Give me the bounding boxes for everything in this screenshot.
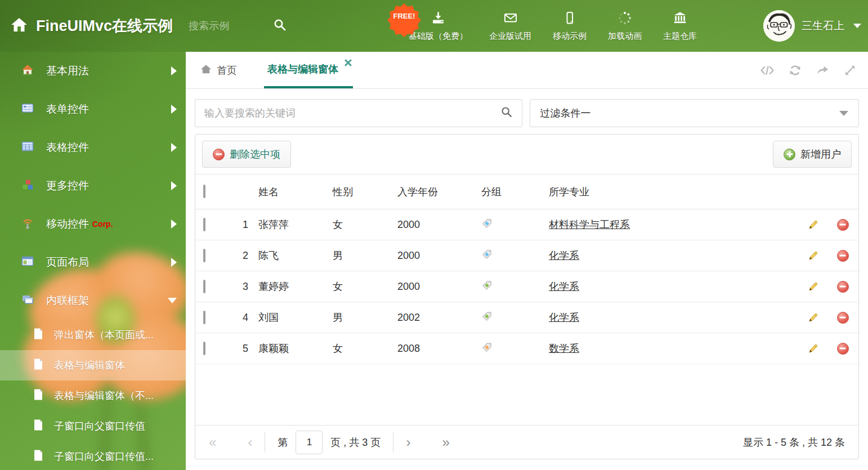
action-enterprise-trial[interactable]: 企业版试用	[489, 11, 531, 42]
cell-gender: 女	[324, 280, 388, 293]
username: 三生石上	[802, 19, 844, 33]
major-link[interactable]: 化学系	[549, 281, 579, 292]
cell-name: 康颖颖	[249, 342, 324, 355]
table-icon	[21, 140, 34, 155]
last-page-button[interactable]: »	[442, 436, 449, 449]
keyword-search-input[interactable]	[204, 108, 500, 119]
keyword-search-box[interactable]	[195, 99, 522, 127]
column-header-group[interactable]: 分组	[472, 185, 540, 199]
users-grid-panel: 删除选中项 新增用户 姓名 性别 入学年份 分组 所学专业 1	[195, 134, 859, 459]
minus-circle-icon	[213, 149, 225, 160]
sidebar-subitem-grid-edit-window-2[interactable]: 表格与编辑窗体（不...	[0, 381, 186, 411]
row-checkbox[interactable]	[203, 249, 205, 262]
delete-icon[interactable]	[827, 281, 858, 293]
file-icon	[33, 358, 44, 373]
bank-icon	[672, 11, 688, 28]
sidebar-subitem-popup-window[interactable]: 弹出窗体（本页面或...	[0, 320, 186, 350]
home-icon[interactable]	[10, 16, 28, 35]
edit-icon[interactable]	[800, 280, 827, 293]
sidebar-item-mobile-controls[interactable]: 移动控件 Corp.	[0, 205, 186, 243]
user-menu[interactable]: 三生石上	[763, 0, 861, 52]
grid-empty-space	[195, 364, 858, 425]
top-header: FineUIMvc在线示例 FREE! 基础版（免费） 企业	[0, 0, 868, 52]
filter-dropdown[interactable]: 过滤条件一	[530, 99, 860, 127]
major-link[interactable]: 数学系	[549, 343, 579, 354]
row-checkbox[interactable]	[203, 218, 205, 231]
column-header-name[interactable]: 姓名	[249, 185, 324, 199]
collapse-arrow-icon	[168, 298, 177, 303]
row-checkbox[interactable]	[203, 280, 205, 293]
pager-summary: 显示 1 - 5 条 , 共 12 条	[743, 436, 845, 449]
open-new-window-icon[interactable]	[816, 64, 830, 77]
major-link[interactable]: 化学系	[549, 312, 579, 323]
page-suffix: 页 , 共 3 页	[330, 436, 381, 449]
action-mobile-demo[interactable]: 移动示例	[553, 11, 587, 42]
cell-gender: 女	[324, 218, 388, 231]
action-loading-animations[interactable]: 加载动画	[608, 11, 642, 42]
column-header-major[interactable]: 所学专业	[540, 185, 800, 199]
home-gray-icon	[200, 64, 212, 77]
page-prefix: 第	[278, 436, 288, 449]
edit-icon[interactable]	[800, 311, 827, 324]
brand[interactable]: FineUIMvc在线示例	[0, 16, 173, 36]
avatar[interactable]	[763, 10, 795, 42]
select-all-checkbox[interactable]	[203, 185, 205, 198]
pagination-bar: « ‹ 第 页 , 共 3 页 › » 显示 1 - 5 条 , 共 12 条	[195, 425, 858, 459]
filter-row: 过滤条件一	[186, 89, 868, 127]
download-icon	[431, 11, 446, 28]
delete-selected-button[interactable]: 删除选中项	[202, 141, 291, 168]
next-page-button[interactable]: ›	[406, 436, 410, 449]
action-theme-store[interactable]: 主题仓库	[663, 11, 697, 42]
maximize-icon[interactable]	[843, 64, 857, 77]
row-checkbox[interactable]	[203, 342, 205, 355]
expand-arrow-icon	[171, 66, 177, 75]
tab-grid-edit-window[interactable]: 表格与编辑窗体	[264, 52, 353, 88]
header-actions: 基础版（免费） 企业版试用 移动示例	[409, 0, 697, 52]
delete-icon[interactable]	[827, 312, 858, 324]
sidebar-item-more-controls[interactable]: 更多控件	[0, 167, 186, 205]
sidebar-item-page-layout[interactable]: 页面布局	[0, 243, 186, 281]
sidebar-nav: 基本用法 表单控件 表格控件 更多控件 移动控件 Corp. 页面布局	[0, 52, 186, 470]
header-search-input[interactable]	[189, 20, 273, 32]
edit-icon[interactable]	[800, 218, 827, 231]
cell-name: 陈飞	[249, 249, 324, 262]
cell-year: 2000	[388, 281, 472, 293]
app-title: FineUIMvc在线示例	[36, 16, 173, 36]
delete-icon[interactable]	[827, 219, 858, 231]
search-icon[interactable]	[500, 106, 513, 120]
search-icon[interactable]	[273, 18, 287, 34]
cell-name: 董婷婷	[249, 280, 324, 293]
sidebar-item-grid-controls[interactable]: 表格控件	[0, 128, 186, 167]
sidebar-subitem-child-to-parent-2[interactable]: 子窗口向父窗口传值...	[0, 441, 186, 470]
header-search[interactable]	[189, 18, 304, 34]
column-header-gender[interactable]: 性别	[324, 185, 388, 199]
tag-icon	[472, 218, 540, 232]
column-header-year[interactable]: 入学年份	[388, 185, 472, 199]
page-number-input[interactable]	[296, 431, 323, 454]
first-page-button[interactable]: «	[209, 436, 216, 449]
sidebar-item-form-controls[interactable]: 表单控件	[0, 90, 186, 128]
major-link[interactable]: 材料科学与工程系	[549, 219, 630, 230]
edit-icon[interactable]	[800, 342, 827, 355]
tab-bar: 首页 表格与编辑窗体	[186, 52, 868, 89]
antenna-icon	[21, 217, 34, 231]
sidebar-subitem-grid-edit-window[interactable]: 表格与编辑窗体	[0, 350, 186, 381]
row-checkbox[interactable]	[203, 311, 205, 324]
filter-dropdown-value: 过滤条件一	[540, 106, 840, 120]
cell-name: 张萍萍	[249, 218, 324, 231]
delete-icon[interactable]	[827, 343, 858, 355]
prev-page-button[interactable]: ‹	[248, 436, 252, 449]
refresh-icon[interactable]	[788, 64, 802, 77]
file-icon	[33, 419, 44, 433]
add-user-button[interactable]: 新增用户	[773, 141, 852, 168]
edit-icon[interactable]	[800, 249, 827, 262]
app-window: FineUIMvc在线示例 FREE! 基础版（免费） 企业	[0, 0, 868, 470]
close-icon[interactable]	[344, 59, 352, 66]
delete-icon[interactable]	[827, 250, 858, 262]
source-code-icon[interactable]	[760, 64, 775, 77]
sidebar-item-iframe[interactable]: 内联框架	[0, 281, 186, 320]
tab-home[interactable]: 首页	[197, 64, 240, 77]
sidebar-item-basic-usage[interactable]: 基本用法	[0, 52, 186, 90]
sidebar-subitem-child-to-parent[interactable]: 子窗口向父窗口传值	[0, 411, 186, 441]
major-link[interactable]: 化学系	[549, 250, 579, 261]
